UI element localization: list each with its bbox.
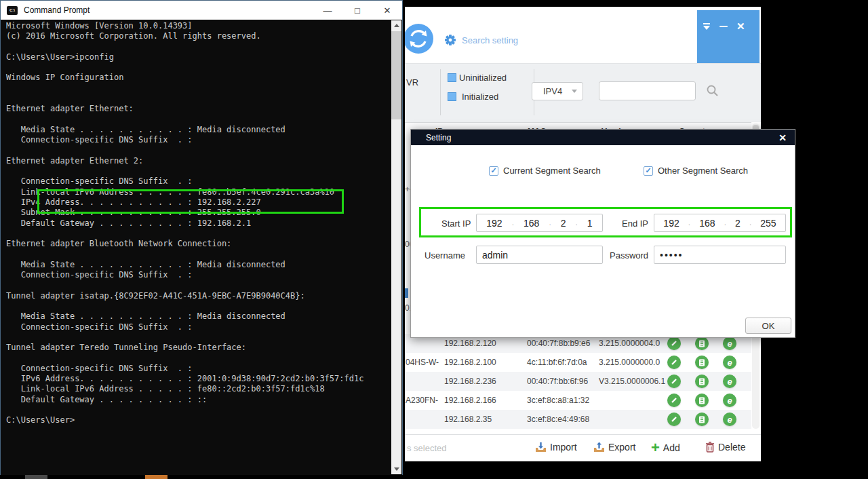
octet[interactable]: 192 <box>663 218 679 229</box>
current-segment-checkbox[interactable]: ✓ Current Segment Search <box>489 166 601 176</box>
octet-separator: . <box>749 219 751 227</box>
end-ip-input[interactable]: 192 . 168 . 2 . 255 <box>654 214 786 232</box>
edit-icon[interactable] <box>667 413 681 426</box>
octet-separator: . <box>512 219 514 227</box>
device-name: A230FN- <box>406 396 438 405</box>
ip-version-select[interactable]: IPV4 <box>532 82 583 100</box>
browser-icon[interactable]: e <box>723 394 736 407</box>
details-icon[interactable] <box>695 394 709 407</box>
command-prompt-window: C:\ Command Prompt — □ ✕ Microsoft Windo… <box>0 0 403 476</box>
checkbox-checked-icon: ✓ <box>644 166 653 176</box>
device-version: V3.215.0000006.1 <box>599 377 665 386</box>
details-icon[interactable] <box>695 356 709 369</box>
dialog-close-icon[interactable]: ✕ <box>778 132 787 143</box>
octet[interactable]: 2 <box>735 218 741 229</box>
device-type-tab-partial[interactable]: VR <box>406 77 418 88</box>
add-button[interactable]: + Add <box>651 442 680 454</box>
scrollbar-thumb[interactable] <box>391 31 401 119</box>
browser-icon[interactable]: e <box>723 413 736 426</box>
table-row[interactable]: 192.168.2.35 3c:ef:8c:e4:49:68 e <box>405 410 751 429</box>
minimize-icon[interactable] <box>719 26 728 27</box>
scroll-down-icon[interactable] <box>391 464 401 474</box>
console-output-text: Microsoft Windows [Version 10.0.14393] (… <box>1 20 391 426</box>
details-icon[interactable] <box>695 337 709 350</box>
search-setting-label: Search setting <box>462 35 518 45</box>
details-icon[interactable] <box>695 375 709 388</box>
search-icon[interactable] <box>706 84 719 97</box>
username-field[interactable] <box>476 246 603 264</box>
delete-label: Delete <box>718 442 745 453</box>
gear-icon <box>444 34 456 46</box>
browser-icon[interactable]: e <box>723 375 736 388</box>
initialized-checkbox[interactable] <box>448 92 456 101</box>
window-title: Command Prompt <box>24 5 90 15</box>
ok-button[interactable]: OK <box>745 318 791 334</box>
maximize-button[interactable]: □ <box>342 1 372 20</box>
selected-count-text: s selected <box>407 443 447 453</box>
uninitialized-label: Uninitialized <box>459 73 507 83</box>
console-scrollbar[interactable] <box>391 20 401 474</box>
device-ip: 192.168.2.100 <box>444 358 496 367</box>
details-icon[interactable] <box>695 413 709 426</box>
device-ip: 192.168.2.236 <box>444 377 496 386</box>
console-output-area[interactable]: Microsoft Windows [Version 10.0.14393] (… <box>1 20 391 474</box>
table-row[interactable]: A230FN- 192.168.2.166 3c:ef:8c:a8:a1:32 … <box>405 391 751 410</box>
checkbox-checked-icon: ✓ <box>489 166 498 176</box>
close-button[interactable]: ✕ <box>372 1 402 20</box>
command-prompt-titlebar[interactable]: C:\ Command Prompt — □ ✕ <box>1 1 402 20</box>
edit-icon[interactable] <box>667 375 681 388</box>
uninitialized-checkbox[interactable] <box>448 73 456 82</box>
setting-dialog: Setting ✕ ✓ Current Segment Search ✓ Oth… <box>410 129 795 338</box>
other-segment-label: Other Segment Search <box>658 166 748 176</box>
selected-row-fragment <box>405 288 408 298</box>
octet[interactable]: 168 <box>524 218 539 229</box>
import-button[interactable]: Import <box>535 442 577 453</box>
delete-button[interactable]: Delete <box>705 442 745 453</box>
start-ip-input[interactable]: 192 . 168 . 2 . 1 <box>476 214 603 232</box>
setting-dialog-titlebar[interactable]: Setting ✕ <box>411 130 795 145</box>
desktop: C:\ Command Prompt — □ ✕ Microsoft Windo… <box>0 0 868 479</box>
scroll-up-icon[interactable] <box>391 20 401 31</box>
octet[interactable]: 2 <box>561 218 566 229</box>
edit-icon[interactable] <box>667 394 681 407</box>
taskbar <box>0 475 868 479</box>
ip-version-value: IPV4 <box>543 86 562 96</box>
export-button[interactable]: Export <box>593 442 635 453</box>
tool-header: Search setting ✕ <box>405 7 761 63</box>
close-icon[interactable]: ✕ <box>736 22 745 31</box>
edit-icon[interactable] <box>667 337 681 350</box>
other-segment-checkbox[interactable]: ✓ Other Segment Search <box>644 166 748 176</box>
minimize-button[interactable]: — <box>313 1 342 20</box>
trash-icon <box>705 442 715 453</box>
plus-icon: + <box>651 442 660 454</box>
device-version: 3.215.0000004.0 <box>599 339 660 348</box>
octet[interactable]: 168 <box>699 218 715 229</box>
octet[interactable]: 192 <box>486 218 502 229</box>
device-version: 3.215.0000000.0 <box>599 358 660 367</box>
browser-icon[interactable]: e <box>723 337 736 350</box>
octet-separator: . <box>724 219 726 227</box>
search-setting-button[interactable]: Search setting <box>444 34 518 46</box>
octet[interactable]: 1 <box>587 218 593 229</box>
device-ip: 192.168.2.120 <box>444 339 496 348</box>
device-mac: 00:40:7f:8b:b9:e6 <box>527 339 590 348</box>
taskbar-icon[interactable] <box>145 475 167 479</box>
device-ip: 192.168.2.35 <box>444 415 492 424</box>
search-input[interactable] <box>599 81 696 100</box>
table-row[interactable]: 04HS-W- 192.168.2.100 4c:11:bf:6f:7d:0a … <box>405 353 751 372</box>
edit-icon[interactable] <box>667 356 681 369</box>
taskbar-icon[interactable] <box>25 475 47 479</box>
octet[interactable]: 255 <box>760 218 776 229</box>
add-label: Add <box>663 442 680 453</box>
start-ip-label: Start IP <box>441 218 471 229</box>
device-mac: 00:40:7f:bb:6f:96 <box>527 377 588 386</box>
import-icon <box>535 442 547 453</box>
password-label: Password <box>610 250 648 261</box>
refresh-logo-icon <box>405 24 433 54</box>
password-field[interactable] <box>654 246 786 264</box>
tool-toolbar: VR Uninitialized Initialized IPV4 <box>405 63 761 122</box>
browser-icon[interactable]: e <box>723 356 736 369</box>
table-row[interactable]: 192.168.2.236 00:40:7f:bb:6f:96 V3.215.0… <box>405 372 751 391</box>
tool-footer: s selected Import Export + Add <box>405 434 761 461</box>
collapse-icon[interactable] <box>703 23 711 30</box>
